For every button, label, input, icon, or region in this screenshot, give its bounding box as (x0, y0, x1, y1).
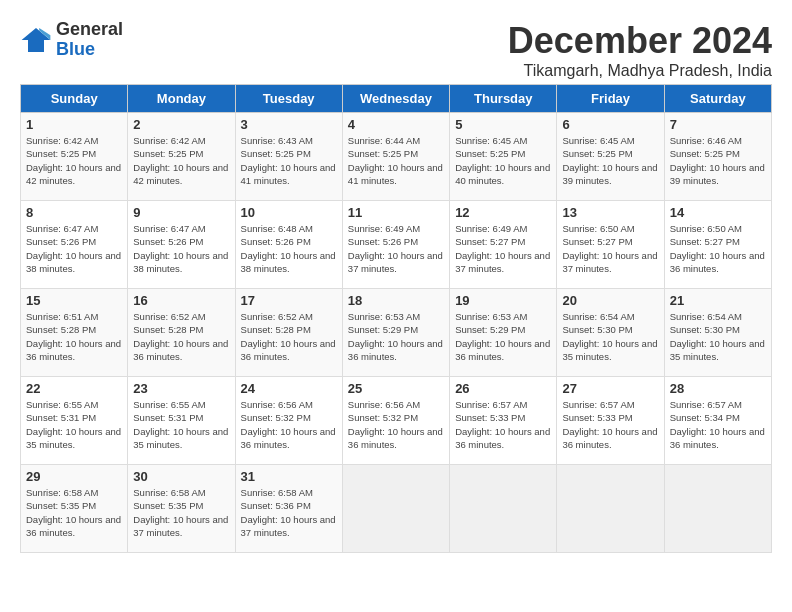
day-number: 29 (26, 469, 122, 484)
day-info: Sunrise: 6:48 AMSunset: 5:26 PMDaylight:… (241, 222, 337, 275)
day-number: 2 (133, 117, 229, 132)
calendar-row: 22 Sunrise: 6:55 AMSunset: 5:31 PMDaylig… (21, 377, 772, 465)
calendar-cell: 20 Sunrise: 6:54 AMSunset: 5:30 PMDaylig… (557, 289, 664, 377)
day-info: Sunrise: 6:53 AMSunset: 5:29 PMDaylight:… (348, 310, 444, 363)
calendar-row: 29 Sunrise: 6:58 AMSunset: 5:35 PMDaylig… (21, 465, 772, 553)
header-row: Sunday Monday Tuesday Wednesday Thursday… (21, 85, 772, 113)
calendar-row: 8 Sunrise: 6:47 AMSunset: 5:26 PMDayligh… (21, 201, 772, 289)
calendar-cell: 1 Sunrise: 6:42 AMSunset: 5:25 PMDayligh… (21, 113, 128, 201)
calendar-cell (342, 465, 449, 553)
day-number: 25 (348, 381, 444, 396)
day-number: 7 (670, 117, 766, 132)
calendar-title: December 2024 (508, 20, 772, 62)
calendar-cell: 7 Sunrise: 6:46 AMSunset: 5:25 PMDayligh… (664, 113, 771, 201)
calendar-cell: 19 Sunrise: 6:53 AMSunset: 5:29 PMDaylig… (450, 289, 557, 377)
day-number: 18 (348, 293, 444, 308)
day-number: 9 (133, 205, 229, 220)
calendar-row: 15 Sunrise: 6:51 AMSunset: 5:28 PMDaylig… (21, 289, 772, 377)
title-block: December 2024 Tikamgarh, Madhya Pradesh,… (508, 20, 772, 80)
day-info: Sunrise: 6:42 AMSunset: 5:25 PMDaylight:… (26, 134, 122, 187)
day-info: Sunrise: 6:46 AMSunset: 5:25 PMDaylight:… (670, 134, 766, 187)
calendar-cell: 6 Sunrise: 6:45 AMSunset: 5:25 PMDayligh… (557, 113, 664, 201)
day-info: Sunrise: 6:50 AMSunset: 5:27 PMDaylight:… (562, 222, 658, 275)
day-info: Sunrise: 6:49 AMSunset: 5:27 PMDaylight:… (455, 222, 551, 275)
day-info: Sunrise: 6:58 AMSunset: 5:35 PMDaylight:… (26, 486, 122, 539)
day-number: 5 (455, 117, 551, 132)
calendar-cell (450, 465, 557, 553)
day-info: Sunrise: 6:50 AMSunset: 5:27 PMDaylight:… (670, 222, 766, 275)
day-info: Sunrise: 6:42 AMSunset: 5:25 PMDaylight:… (133, 134, 229, 187)
day-number: 14 (670, 205, 766, 220)
calendar-cell: 9 Sunrise: 6:47 AMSunset: 5:26 PMDayligh… (128, 201, 235, 289)
day-info: Sunrise: 6:45 AMSunset: 5:25 PMDaylight:… (562, 134, 658, 187)
day-number: 13 (562, 205, 658, 220)
calendar-cell: 30 Sunrise: 6:58 AMSunset: 5:35 PMDaylig… (128, 465, 235, 553)
svg-marker-0 (22, 28, 51, 52)
day-number: 6 (562, 117, 658, 132)
logo-icon (20, 24, 52, 56)
day-number: 15 (26, 293, 122, 308)
col-friday: Friday (557, 85, 664, 113)
day-info: Sunrise: 6:58 AMSunset: 5:35 PMDaylight:… (133, 486, 229, 539)
calendar-cell: 25 Sunrise: 6:56 AMSunset: 5:32 PMDaylig… (342, 377, 449, 465)
calendar-row: 1 Sunrise: 6:42 AMSunset: 5:25 PMDayligh… (21, 113, 772, 201)
calendar-cell: 21 Sunrise: 6:54 AMSunset: 5:30 PMDaylig… (664, 289, 771, 377)
day-info: Sunrise: 6:44 AMSunset: 5:25 PMDaylight:… (348, 134, 444, 187)
page-container: General Blue December 2024 Tikamgarh, Ma… (20, 20, 772, 553)
calendar-table: Sunday Monday Tuesday Wednesday Thursday… (20, 84, 772, 553)
day-info: Sunrise: 6:56 AMSunset: 5:32 PMDaylight:… (241, 398, 337, 451)
calendar-cell: 28 Sunrise: 6:57 AMSunset: 5:34 PMDaylig… (664, 377, 771, 465)
day-info: Sunrise: 6:43 AMSunset: 5:25 PMDaylight:… (241, 134, 337, 187)
calendar-cell: 13 Sunrise: 6:50 AMSunset: 5:27 PMDaylig… (557, 201, 664, 289)
col-saturday: Saturday (664, 85, 771, 113)
day-info: Sunrise: 6:47 AMSunset: 5:26 PMDaylight:… (26, 222, 122, 275)
day-number: 12 (455, 205, 551, 220)
calendar-cell: 16 Sunrise: 6:52 AMSunset: 5:28 PMDaylig… (128, 289, 235, 377)
calendar-cell: 23 Sunrise: 6:55 AMSunset: 5:31 PMDaylig… (128, 377, 235, 465)
day-number: 31 (241, 469, 337, 484)
calendar-cell: 22 Sunrise: 6:55 AMSunset: 5:31 PMDaylig… (21, 377, 128, 465)
calendar-cell: 12 Sunrise: 6:49 AMSunset: 5:27 PMDaylig… (450, 201, 557, 289)
calendar-cell: 26 Sunrise: 6:57 AMSunset: 5:33 PMDaylig… (450, 377, 557, 465)
day-info: Sunrise: 6:58 AMSunset: 5:36 PMDaylight:… (241, 486, 337, 539)
logo-text: General Blue (56, 20, 123, 60)
day-number: 3 (241, 117, 337, 132)
calendar-cell: 27 Sunrise: 6:57 AMSunset: 5:33 PMDaylig… (557, 377, 664, 465)
day-number: 30 (133, 469, 229, 484)
day-number: 28 (670, 381, 766, 396)
calendar-cell: 29 Sunrise: 6:58 AMSunset: 5:35 PMDaylig… (21, 465, 128, 553)
logo: General Blue (20, 20, 123, 60)
calendar-cell: 31 Sunrise: 6:58 AMSunset: 5:36 PMDaylig… (235, 465, 342, 553)
calendar-cell: 8 Sunrise: 6:47 AMSunset: 5:26 PMDayligh… (21, 201, 128, 289)
day-number: 22 (26, 381, 122, 396)
day-info: Sunrise: 6:47 AMSunset: 5:26 PMDaylight:… (133, 222, 229, 275)
day-number: 1 (26, 117, 122, 132)
day-number: 17 (241, 293, 337, 308)
day-number: 4 (348, 117, 444, 132)
calendar-cell: 10 Sunrise: 6:48 AMSunset: 5:26 PMDaylig… (235, 201, 342, 289)
calendar-subtitle: Tikamgarh, Madhya Pradesh, India (508, 62, 772, 80)
calendar-cell: 5 Sunrise: 6:45 AMSunset: 5:25 PMDayligh… (450, 113, 557, 201)
calendar-cell: 14 Sunrise: 6:50 AMSunset: 5:27 PMDaylig… (664, 201, 771, 289)
day-info: Sunrise: 6:51 AMSunset: 5:28 PMDaylight:… (26, 310, 122, 363)
calendar-cell (664, 465, 771, 553)
day-info: Sunrise: 6:45 AMSunset: 5:25 PMDaylight:… (455, 134, 551, 187)
day-info: Sunrise: 6:55 AMSunset: 5:31 PMDaylight:… (133, 398, 229, 451)
calendar-cell: 24 Sunrise: 6:56 AMSunset: 5:32 PMDaylig… (235, 377, 342, 465)
col-sunday: Sunday (21, 85, 128, 113)
day-number: 20 (562, 293, 658, 308)
header: General Blue December 2024 Tikamgarh, Ma… (20, 20, 772, 80)
day-info: Sunrise: 6:54 AMSunset: 5:30 PMDaylight:… (562, 310, 658, 363)
day-info: Sunrise: 6:57 AMSunset: 5:33 PMDaylight:… (562, 398, 658, 451)
day-number: 11 (348, 205, 444, 220)
calendar-cell: 11 Sunrise: 6:49 AMSunset: 5:26 PMDaylig… (342, 201, 449, 289)
day-number: 21 (670, 293, 766, 308)
calendar-cell: 2 Sunrise: 6:42 AMSunset: 5:25 PMDayligh… (128, 113, 235, 201)
day-number: 26 (455, 381, 551, 396)
calendar-cell: 15 Sunrise: 6:51 AMSunset: 5:28 PMDaylig… (21, 289, 128, 377)
day-number: 27 (562, 381, 658, 396)
day-info: Sunrise: 6:53 AMSunset: 5:29 PMDaylight:… (455, 310, 551, 363)
day-number: 24 (241, 381, 337, 396)
col-thursday: Thursday (450, 85, 557, 113)
day-info: Sunrise: 6:52 AMSunset: 5:28 PMDaylight:… (133, 310, 229, 363)
